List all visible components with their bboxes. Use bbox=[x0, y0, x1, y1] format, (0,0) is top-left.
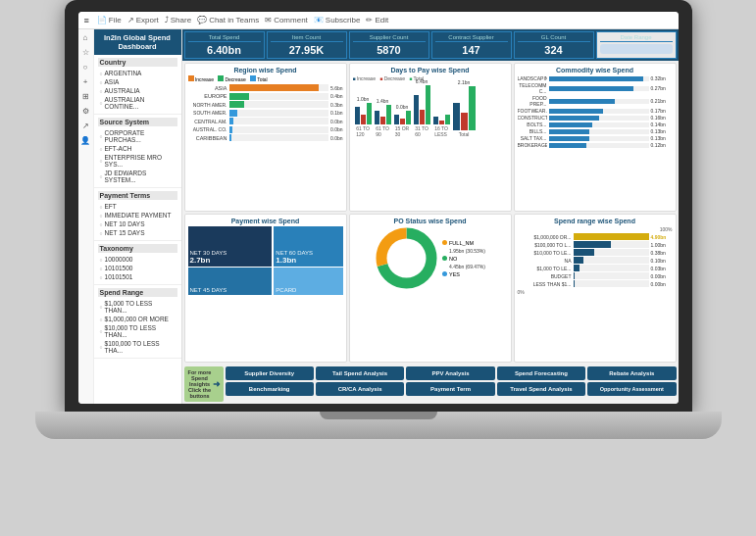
taxonomy-item-1[interactable]: 10000000 bbox=[98, 255, 177, 264]
source-item-3[interactable]: ENTERPRISE MRO SYS... bbox=[98, 153, 177, 169]
spend-range-label: Spend Range bbox=[98, 288, 177, 297]
spend-range-item-3[interactable]: $10,000 TO LESS THAN... bbox=[98, 323, 177, 339]
svg-point-2 bbox=[387, 239, 427, 278]
clock-icon[interactable]: ○ bbox=[83, 63, 88, 72]
button-row-2: Benchmarking CR/CA Analysis Payment Term… bbox=[226, 382, 677, 396]
region-chart-legend: Increase Decrease Total bbox=[188, 75, 343, 82]
rebate-analysis-btn[interactable]: Rebate Analysis bbox=[587, 366, 676, 380]
po-status-chart: PO Status wise Spend bbox=[349, 214, 512, 363]
payment-item-2[interactable]: IMMEDIATE PAYMENT bbox=[98, 211, 177, 219]
payment-item-1[interactable]: EFT bbox=[98, 202, 177, 211]
kpi-supplier-count: Supplier Count 5870 bbox=[349, 31, 429, 59]
payment-term-btn[interactable]: Payment Term bbox=[406, 382, 494, 396]
sidebar: In2In Global Spend Dashboard Country ARG… bbox=[94, 29, 182, 404]
bottom-buttons-area: For more Spend Insights Click the button… bbox=[182, 365, 679, 404]
subscribe-menu[interactable]: 📧 Subscribe bbox=[314, 16, 361, 24]
info-box: For more Spend Insights Click the button… bbox=[184, 366, 224, 402]
spend-range-chart: Spend range wise Spend 100% $1,000,000 O… bbox=[514, 214, 677, 363]
comment-menu[interactable]: ✉ Comment bbox=[265, 16, 308, 24]
taxonomy-label: Taxonomy bbox=[98, 244, 177, 253]
user-icon[interactable]: 👤 bbox=[80, 136, 90, 145]
ppv-analysis-btn[interactable]: PPV Analysis bbox=[406, 366, 494, 380]
title-bar: ≡ 📄 File ↗ Export ⤴ Share 💬 Chat in Team… bbox=[78, 12, 679, 29]
country-item-4[interactable]: AUSTRALIAN CONTINE... bbox=[98, 95, 177, 111]
days-to-pay-bars: 1.0bn 61 TO120 bbox=[353, 83, 508, 137]
kpi-contract-supplier: Contract Supplier 147 bbox=[431, 31, 512, 59]
taxonomy-item-3[interactable]: 10101501 bbox=[98, 272, 177, 281]
spend-range-bars: $1,000,000 OR... 4.90bn $100,000 TO L...… bbox=[518, 233, 673, 295]
kpi-item-count: Item Count 27.95K bbox=[267, 31, 347, 59]
bar-row-central: CENTRAL AM. 0.0bn bbox=[188, 118, 343, 124]
sidebar-title: In2In Global Spend Dashboard bbox=[94, 29, 181, 55]
source-item-2[interactable]: EFT-ACH bbox=[98, 144, 177, 153]
payment-terms-section: Payment Terms EFT IMMEDIATE PAYMENT NET … bbox=[94, 188, 181, 241]
spend-range-item-2[interactable]: $1,000,000 OR MORE bbox=[98, 315, 177, 323]
donut-chart-container: FULL_NM 1.95bn (30.53%) NO 4.45bn (69.47… bbox=[353, 226, 508, 290]
region-wise-spend-chart: Region wise Spend Increase Decrease Tota… bbox=[184, 63, 347, 212]
edit-menu[interactable]: ✏ Edit bbox=[366, 16, 388, 24]
source-system-section: Source System CORPORATE PURCHAS... EFT-A… bbox=[94, 115, 181, 188]
donut-svg bbox=[375, 226, 438, 290]
commodity-wise-spend-chart: Commodity wise Spend LANDSCAPIN... 0.32b… bbox=[514, 63, 677, 212]
menu-icon[interactable]: ≡ bbox=[84, 16, 89, 25]
dashboard-right: Total Spend 6.40bn Item Count 27.95K Sup… bbox=[182, 29, 679, 404]
export-menu[interactable]: ↗ Export bbox=[127, 16, 159, 24]
button-rows: Supplier Diversity Tail Spend Analysis P… bbox=[226, 366, 677, 402]
tail-spend-btn[interactable]: Tail Spend Analysis bbox=[316, 366, 404, 380]
share-menu[interactable]: ⤴ Share bbox=[165, 16, 191, 24]
payment-treemap: NET 30 DAYS 2.7bn NET 45 DAYS bbox=[188, 226, 343, 295]
taxonomy-item-2[interactable]: 10101500 bbox=[98, 264, 177, 272]
supplier-diversity-btn[interactable]: Supplier Diversity bbox=[226, 366, 314, 380]
spend-range-item-1[interactable]: $1,000 TO LESS THAN... bbox=[98, 299, 177, 315]
donut-legend: FULL_NM 1.95bn (30.53%) NO 4.45bn (69.47… bbox=[442, 240, 485, 277]
crca-analysis-btn[interactable]: CR/CA Analysis bbox=[316, 382, 404, 396]
spend-forecasting-btn[interactable]: Spend Forecasting bbox=[497, 366, 585, 380]
travel-spend-btn[interactable]: Travel Spend Analysis bbox=[497, 382, 585, 396]
share-icon[interactable]: ↗ bbox=[82, 122, 89, 130]
laptop-base bbox=[35, 412, 722, 439]
chat-teams-menu[interactable]: 💬 Chat in Teams bbox=[197, 16, 259, 24]
settings-icon[interactable]: ⚙ bbox=[82, 107, 89, 116]
region-bar-chart: ASIA 5.6bn EUROPE bbox=[188, 84, 343, 141]
source-item-1[interactable]: CORPORATE PURCHAS... bbox=[98, 128, 177, 144]
kpi-total-spend: Total Spend 6.40bn bbox=[184, 31, 265, 59]
spend-range-section: Spend Range $1,000 TO LESS THAN... $1,00… bbox=[94, 285, 181, 359]
payment-item-4[interactable]: NET 15 DAYS bbox=[98, 228, 177, 237]
title-bar-actions: 📄 File ↗ Export ⤴ Share 💬 Chat in Teams … bbox=[97, 16, 388, 24]
bar-row-australian: AUSTRAL. CO. 0.0bn bbox=[188, 126, 343, 133]
bar-row-south-america: SOUTH AMER. 0.1bn bbox=[188, 110, 343, 117]
bar-row-europe: EUROPE 0.4bn bbox=[188, 93, 343, 100]
file-menu[interactable]: 📄 File bbox=[97, 16, 122, 24]
bar-row-caribbean: CARIBBEAN 0.0bn bbox=[188, 134, 343, 141]
star-icon[interactable]: ☆ bbox=[82, 48, 89, 57]
payment-terms-label: Payment Terms bbox=[98, 191, 177, 200]
spend-range-item-4[interactable]: $100,000 TO LESS THA... bbox=[98, 339, 177, 355]
days-to-pay-chart: Days to Pay wise Spend ■ Increase ■ Decr… bbox=[349, 63, 512, 212]
payment-wise-spend-chart: Payment wise Spend NET 30 DAYS 2.7bn bbox=[184, 214, 347, 363]
commodity-chart-bars: LANDSCAPIN... 0.32bn TELECOMM C... 0.27b… bbox=[518, 75, 673, 148]
payment-item-3[interactable]: NET 10 DAYS bbox=[98, 219, 177, 228]
bar-row-asia: ASIA 5.6bn bbox=[188, 84, 343, 91]
kpi-date-range[interactable]: Date Range bbox=[596, 31, 677, 59]
source-item-4[interactable]: JD EDWARDS SYSTEM... bbox=[98, 169, 177, 184]
grid-icon[interactable]: ⊞ bbox=[82, 92, 89, 101]
country-section: Country ARGENTINA ASIA AUSTRALIA AUSTRAL… bbox=[94, 55, 181, 115]
bar-row-north-america: NORTH AMER. 0.3bn bbox=[188, 101, 343, 108]
kpi-row: Total Spend 6.40bn Item Count 27.95K Sup… bbox=[182, 29, 679, 61]
home-icon[interactable]: ⌂ bbox=[83, 33, 88, 42]
kpi-gl-count: GL Count 324 bbox=[514, 31, 594, 59]
country-item-3[interactable]: AUSTRALIA bbox=[98, 86, 177, 95]
button-row-1: Supplier Diversity Tail Spend Analysis P… bbox=[226, 366, 677, 380]
country-label: Country bbox=[98, 58, 177, 67]
country-item-2[interactable]: ASIA bbox=[98, 77, 177, 86]
opportunity-assessment-btn[interactable]: Opportunity Assessment bbox=[587, 382, 676, 396]
source-system-label: Source System bbox=[98, 118, 177, 126]
charts-area: Region wise Spend Increase Decrease Tota… bbox=[182, 61, 679, 365]
nav-icons: ⌂ ☆ ○ + ⊞ ⚙ ↗ 👤 bbox=[78, 29, 94, 404]
benchmarking-btn[interactable]: Benchmarking bbox=[226, 382, 314, 396]
country-item-1[interactable]: ARGENTINA bbox=[98, 69, 177, 77]
plus-icon[interactable]: + bbox=[83, 77, 88, 86]
taxonomy-section: Taxonomy 10000000 10101500 10101501 bbox=[94, 241, 181, 285]
